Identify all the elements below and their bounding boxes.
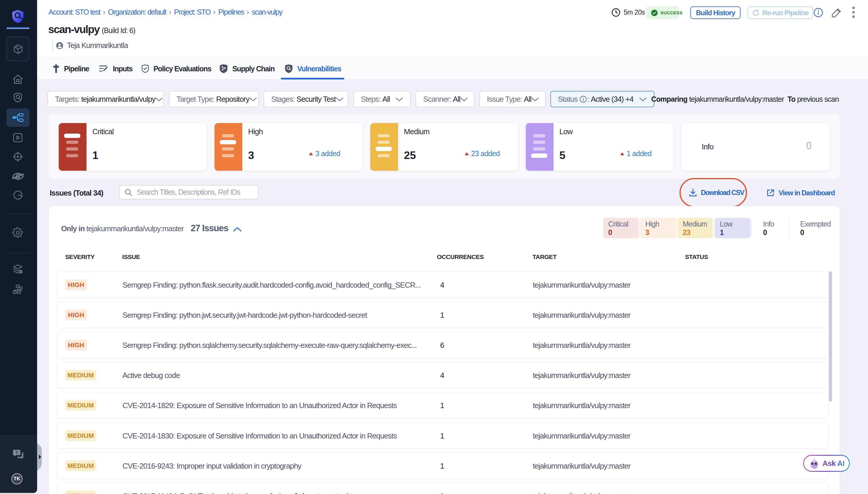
- svg-text:?: ?: [15, 450, 18, 455]
